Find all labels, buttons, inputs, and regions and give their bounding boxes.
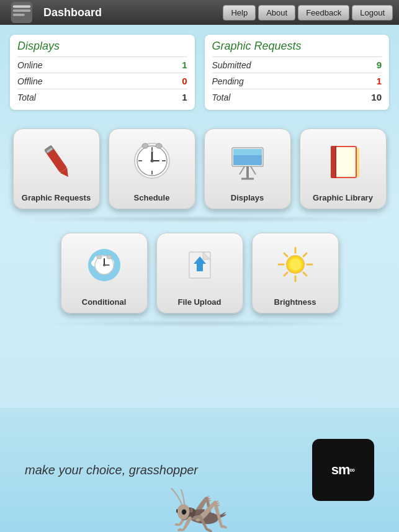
row2-shadow — [37, 320, 362, 327]
help-button[interactable]: Help — [223, 5, 256, 20]
svg-rect-28 — [335, 146, 336, 178]
svg-rect-21 — [233, 149, 262, 155]
svg-line-51 — [303, 253, 307, 256]
svg-rect-0 — [11, 2, 32, 23]
displays-title: Displays — [17, 40, 187, 53]
svg-line-24 — [240, 166, 244, 174]
gr-submitted-label: Submitted — [212, 60, 251, 70]
svg-line-50 — [303, 273, 307, 276]
svg-line-25 — [251, 166, 256, 174]
gr-total-value: 10 — [371, 92, 382, 102]
tiles-row-2: Conditional File Upload — [0, 233, 399, 313]
sm-logo: sm∞ — [312, 439, 374, 501]
nav-buttons: Help About Feedback Logout — [223, 5, 393, 20]
svg-line-52 — [284, 273, 287, 276]
tile-conditional-label: Conditional — [82, 297, 127, 307]
bottom-area: make your choice, grasshopper sm∞ 🦗 — [0, 408, 399, 532]
svg-point-40 — [97, 255, 102, 259]
displays-total-label: Total — [17, 92, 36, 102]
tile-graphic-library[interactable]: Graphic Library — [300, 128, 387, 209]
svg-rect-1 — [13, 6, 31, 8]
displays-offline-row: Offline 0 — [17, 73, 187, 89]
conditional-clock-icon — [79, 241, 129, 287]
tile-graphic-requests-label: Graphic Requests — [22, 193, 91, 202]
tile-schedule[interactable]: Schedule — [109, 128, 195, 209]
svg-point-16 — [150, 159, 153, 162]
svg-rect-27 — [331, 146, 336, 178]
gr-total-label: Total — [212, 92, 231, 102]
tile-conditional[interactable]: Conditional — [61, 233, 148, 313]
tile-brightness[interactable]: Brightness — [252, 233, 339, 313]
displays-total-value: 1 — [182, 92, 187, 102]
sun-icon — [271, 241, 320, 287]
pen-icon — [32, 137, 81, 183]
page-title: Dashboard — [43, 6, 223, 19]
tile-schedule-label: Schedule — [134, 193, 170, 202]
svg-rect-2 — [13, 9, 31, 12]
upload-icon — [175, 241, 225, 287]
feedback-button[interactable]: Feedback — [298, 5, 349, 20]
gr-pending-value: 1 — [377, 76, 382, 86]
about-button[interactable]: About — [258, 5, 295, 20]
tile-displays[interactable]: Displays — [204, 128, 291, 209]
row1-shadow — [12, 215, 387, 223]
tile-displays-label: Displays — [231, 193, 264, 202]
svg-point-54 — [289, 258, 302, 271]
displays-total-row: Total 1 — [17, 89, 187, 105]
logout-button[interactable]: Logout — [352, 5, 393, 20]
svg-rect-3 — [13, 14, 25, 16]
header: Dashboard Help About Feedback Logout — [0, 0, 399, 25]
gr-submitted-value: 9 — [377, 60, 382, 70]
svg-point-18 — [156, 143, 162, 148]
svg-rect-30 — [336, 147, 354, 176]
displays-online-row: Online 1 — [17, 56, 187, 73]
gr-pending-label: Pending — [212, 76, 244, 86]
svg-rect-31 — [357, 148, 359, 178]
billboard-icon — [223, 137, 272, 183]
svg-point-39 — [103, 264, 105, 266]
svg-point-41 — [107, 255, 112, 259]
displays-online-value: 1 — [182, 60, 187, 70]
svg-line-49 — [284, 253, 287, 256]
displays-online-label: Online — [17, 60, 42, 70]
tile-brightness-label: Brightness — [274, 297, 316, 307]
graphic-requests-title: Graphic Requests — [212, 40, 382, 53]
tile-file-upload-label: File Upload — [177, 297, 221, 307]
tiles-row-1: Graphic Requests Schedule — [0, 128, 399, 209]
gr-total-row: Total 10 — [212, 89, 382, 105]
tile-file-upload[interactable]: File Upload — [156, 233, 243, 313]
displays-offline-label: Offline — [17, 76, 42, 86]
grasshopper-image: 🦗 — [169, 482, 231, 532]
stats-area: Displays Online 1 Offline 0 Total 1 Grap… — [0, 25, 399, 116]
tagline: make your choice, grasshopper — [25, 463, 198, 477]
displays-stats: Displays Online 1 Offline 0 Total 1 — [10, 35, 195, 110]
gr-pending-row: Pending 1 — [212, 73, 382, 89]
gr-submitted-row: Submitted 9 — [212, 56, 382, 73]
book-icon — [318, 137, 368, 183]
tile-graphic-requests[interactable]: Graphic Requests — [13, 128, 100, 209]
graphic-requests-stats: Graphic Requests Submitted 9 Pending 1 T… — [205, 35, 390, 110]
tile-graphic-library-label: Graphic Library — [313, 193, 373, 202]
app-logo — [6, 1, 37, 24]
displays-offline-value: 0 — [182, 76, 187, 86]
svg-point-17 — [142, 143, 148, 148]
clock-icon — [127, 137, 177, 183]
